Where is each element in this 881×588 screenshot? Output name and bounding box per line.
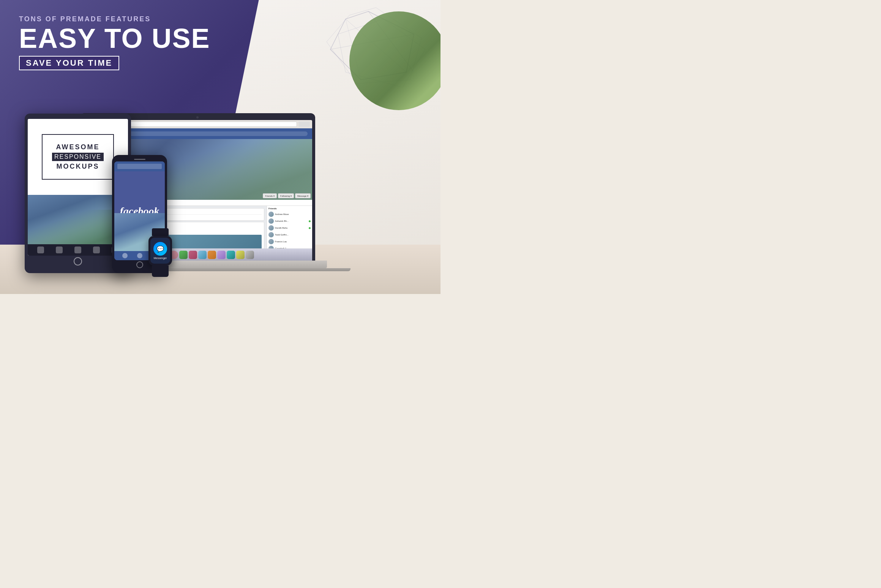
fb-profile-buttons: Friends ▾ Following ▾ Message ▾ bbox=[263, 193, 311, 198]
chat-name-2[interactable]: Ashwick Bh... bbox=[275, 220, 289, 222]
chat-item-4: Todd Goffm... bbox=[268, 231, 311, 238]
scene: TONS OF PREMADE FEATURES EASY TO USE SAV… bbox=[0, 0, 440, 294]
laptop-webcam bbox=[196, 116, 199, 119]
watch-messenger-icon: 💬 bbox=[153, 242, 167, 256]
badge-headline: SAVE YOUR TIME bbox=[19, 56, 119, 70]
chat-avatar-4 bbox=[268, 232, 274, 237]
chat-header: Friends bbox=[268, 207, 311, 210]
chat-name-5[interactable]: Francis Lau bbox=[275, 240, 287, 243]
chat-avatar-5 bbox=[268, 239, 274, 244]
fb-search-bar[interactable] bbox=[103, 131, 308, 136]
watch-body: 💬 Messenger bbox=[148, 236, 172, 266]
messenger-icon-symbol: 💬 bbox=[156, 245, 164, 253]
watch-band-bottom bbox=[152, 266, 169, 277]
iphone-speaker bbox=[134, 159, 145, 160]
chat-item-2: Ashwick Bh... bbox=[268, 218, 311, 224]
apple-watch-device: 💬 Messenger bbox=[145, 228, 175, 277]
ipad-logo-line1: AWESOME bbox=[52, 142, 104, 152]
ipad-home-button[interactable] bbox=[74, 257, 82, 266]
watch-band-top bbox=[152, 228, 169, 236]
browser-controls bbox=[298, 122, 310, 127]
watch-app-label: Messenger bbox=[154, 257, 167, 259]
iphone-status-bar bbox=[117, 164, 162, 169]
iphone-icon-2 bbox=[137, 253, 142, 258]
watch-screen: 💬 Messenger bbox=[150, 238, 170, 264]
chat-name-1[interactable]: Andrew Muse bbox=[275, 213, 289, 215]
chat-avatar-2 bbox=[268, 218, 274, 224]
dock-icon-trash[interactable] bbox=[246, 251, 254, 259]
online-indicator-3 bbox=[309, 227, 311, 229]
ipad-icon-3 bbox=[74, 247, 81, 253]
fb-chat-sidebar: Friends Andrew Muse Ashwick Bh... bbox=[267, 206, 312, 248]
message-btn[interactable]: Message ▾ bbox=[295, 193, 311, 198]
dock-icon-5[interactable] bbox=[179, 251, 188, 259]
dock-icon-9[interactable] bbox=[217, 251, 226, 259]
online-indicator-2 bbox=[309, 220, 311, 222]
ipad-logo-box: AWESOME RESPONSIVE MOCKUPS bbox=[42, 134, 114, 180]
devices-container: AWESOME RESPONSIVE MOCKUPS bbox=[0, 74, 440, 294]
iphone-fb-header bbox=[114, 161, 165, 171]
headline-area: TONS OF PREMADE FEATURES EASY TO USE SAV… bbox=[19, 15, 210, 70]
ipad-logo-line3: MOCKUPS bbox=[52, 162, 104, 171]
ipad-icon-4 bbox=[93, 247, 100, 253]
following-btn[interactable]: Following ▾ bbox=[278, 193, 294, 198]
iphone-icon-1 bbox=[122, 253, 128, 258]
chat-avatar-3 bbox=[268, 225, 274, 231]
dock-icon-6[interactable] bbox=[189, 251, 197, 259]
dock-icon-10[interactable] bbox=[227, 251, 235, 259]
chat-name-3[interactable]: Darolb Bahu bbox=[275, 227, 287, 229]
iphone-home-button[interactable] bbox=[136, 261, 143, 268]
chat-avatar-1 bbox=[268, 212, 274, 217]
ipad-icon-2 bbox=[56, 247, 63, 253]
friends-btn[interactable]: Friends ▾ bbox=[263, 193, 277, 198]
dock-icon-8[interactable] bbox=[208, 251, 216, 259]
chat-item-1: Andrew Muse bbox=[268, 211, 311, 218]
chat-item-5: Francis Lau bbox=[268, 238, 311, 245]
chat-avatar-6 bbox=[268, 246, 274, 248]
chat-item-6: Gwynhall J... bbox=[268, 245, 311, 248]
ipad-icon-1 bbox=[37, 247, 44, 253]
ipad-logo-line2: RESPONSIVE bbox=[52, 153, 104, 161]
dock-icon-7[interactable] bbox=[198, 251, 207, 259]
main-headline: EASY TO USE bbox=[19, 25, 210, 52]
chat-item-3: Darolb Bahu bbox=[268, 224, 311, 231]
chat-name-4[interactable]: Todd Goffm... bbox=[275, 234, 289, 236]
sub-headline: TONS OF PREMADE FEATURES bbox=[19, 15, 210, 23]
dock-icon-11[interactable] bbox=[236, 251, 245, 259]
